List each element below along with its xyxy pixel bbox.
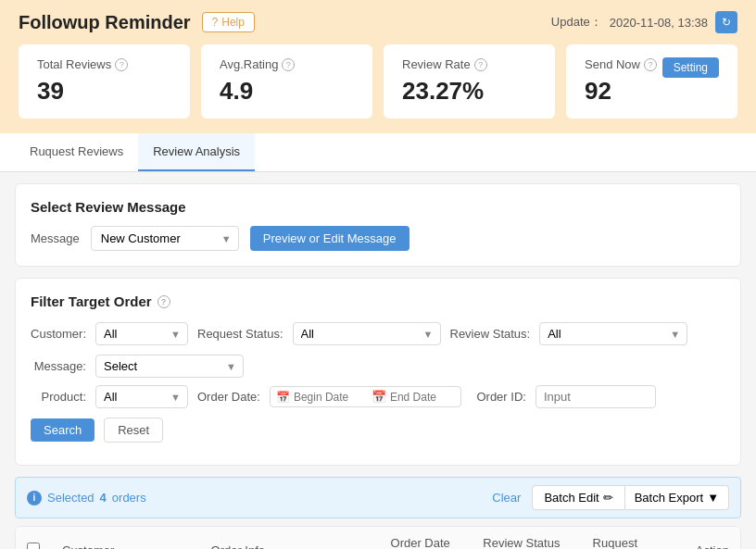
send-now-card: Send Now ? 92 Setting [566, 44, 737, 119]
avg-rating-value: 4.9 [220, 77, 354, 106]
header: Followup Reminder ? Help Update： 2020-11… [0, 0, 756, 44]
update-time: 2020-11-08, 13:38 [610, 16, 708, 30]
send-now-value: 92 [585, 77, 657, 106]
message-filter-select-wrapper: Select ▼ [95, 355, 244, 378]
update-label: Update： [551, 14, 602, 31]
filter-help-icon[interactable]: ? [158, 295, 170, 308]
review-status-select[interactable]: All [539, 322, 687, 345]
clear-link[interactable]: Clear [492, 491, 521, 505]
header-right: Update： 2020-11-08, 13:38 ↻ [551, 11, 737, 33]
message-row: Message New Customer ▼ Preview or Edit M… [31, 226, 725, 251]
banner-actions: Clear Batch Edit ✏ Batch Export ▼ [492, 485, 729, 510]
select-all-checkbox[interactable] [27, 543, 40, 550]
preview-edit-button[interactable]: Preview or Edit Message [250, 226, 410, 251]
reset-button[interactable]: Reset [104, 418, 163, 443]
product-filter-label: Product: [31, 390, 86, 404]
avg-rating-help-icon[interactable]: ? [282, 58, 295, 71]
tab-review-analysis[interactable]: Review Analysis [138, 133, 255, 171]
calendar-icon: 📅 [276, 391, 290, 404]
total-reviews-label: Total Reviews ? [37, 57, 171, 71]
review-rate-help-icon[interactable]: ? [474, 58, 487, 71]
filter-section-title: Filter Target Order ? [31, 293, 725, 309]
table: Customer Order Info Order Date ⇅ Review … [16, 527, 740, 549]
send-now-help-icon[interactable]: ? [644, 58, 657, 71]
dropdown-arrow-icon: ▼ [707, 491, 719, 505]
request-status-select[interactable]: All [293, 322, 441, 345]
orders-table: Customer Order Info Order Date ⇅ Review … [15, 526, 741, 549]
review-rate-label: Review Rate ? [402, 57, 536, 71]
customer-column-header: Customer [51, 527, 200, 549]
customer-select[interactable]: All [95, 322, 188, 345]
filter-section: Filter Target Order ? Customer: All ▼ Re… [15, 278, 741, 466]
selected-count: 4 [100, 491, 107, 505]
review-status-column-header[interactable]: Review Status ⇅ [472, 527, 581, 549]
end-date-input[interactable] [390, 391, 455, 404]
refresh-button[interactable]: ↻ [715, 11, 737, 33]
send-now-label: Send Now ? [585, 57, 657, 71]
product-select[interactable]: All [95, 385, 188, 408]
total-reviews-card: Total Reviews ? 39 [19, 44, 190, 119]
total-reviews-help-icon[interactable]: ? [115, 58, 128, 71]
action-column-header: Action [685, 527, 740, 549]
header-left: Followup Reminder ? Help [19, 12, 255, 33]
avg-rating-label: Avg.Rating ? [220, 57, 354, 71]
review-status-select-wrapper: All ▼ [539, 322, 687, 345]
date-separator: 📅 [372, 390, 386, 404]
filter-row-1: Customer: All ▼ Request Status: All ▼ Re… [31, 322, 725, 378]
begin-date-input[interactable] [294, 391, 368, 404]
request-status-column-header: Ruquest Status [582, 527, 685, 549]
select-all-header [16, 527, 51, 549]
date-range-input: 📅 📅 [270, 386, 461, 407]
order-date-column-header[interactable]: Order Date ⇅ [380, 527, 472, 549]
customer-filter-label: Customer: [31, 327, 86, 341]
request-status-label: Request Status: [197, 327, 284, 341]
tab-request-reviews[interactable]: Ruquest Reviews [15, 133, 138, 171]
review-rate-value: 23.27% [402, 77, 536, 106]
tabs-bar: Ruquest Reviews Review Analysis [0, 133, 756, 172]
edit-icon: ✏ [603, 491, 613, 505]
message-field-label: Message [31, 231, 80, 245]
review-status-label: Review Status: [450, 327, 531, 341]
main-content: Select Review Message Message New Custom… [0, 172, 756, 549]
batch-export-button[interactable]: Batch Export ▼ [625, 485, 729, 510]
question-mark-icon: ? [212, 16, 219, 29]
product-select-wrapper: All ▼ [95, 385, 188, 408]
review-rate-card: Review Rate ? 23.27% [384, 44, 555, 119]
setting-button[interactable]: Setting [662, 57, 719, 78]
info-icon: i [27, 491, 42, 505]
message-filter-label: Message: [31, 359, 86, 373]
message-section-title: Select Review Message [31, 199, 725, 215]
help-button[interactable]: ? Help [202, 12, 255, 32]
table-header-row: Customer Order Info Order Date ⇅ Review … [16, 527, 740, 549]
order-date-label: Order Date: [197, 390, 260, 404]
selected-info: i Selected 4 orders [27, 491, 146, 505]
total-reviews-value: 39 [37, 77, 171, 106]
request-status-select-wrapper: All ▼ [293, 322, 441, 345]
order-id-input[interactable] [536, 385, 656, 408]
stats-row: Total Reviews ? 39 Avg.Rating ? 4.9 Revi… [0, 44, 756, 133]
message-filter-select[interactable]: Select [95, 355, 244, 378]
message-section: Select Review Message Message New Custom… [15, 183, 741, 267]
order-id-label: Order ID: [471, 390, 526, 404]
selected-banner: i Selected 4 orders Clear Batch Edit ✏ B… [15, 477, 741, 518]
batch-actions: Batch Edit ✏ Batch Export ▼ [532, 485, 729, 510]
filter-row-2: Product: All ▼ Order Date: 📅 📅 Order ID:… [31, 385, 725, 443]
app-title: Followup Reminder [19, 12, 191, 33]
message-select-wrapper: New Customer ▼ [91, 226, 239, 251]
customer-select-wrapper: All ▼ [95, 322, 188, 345]
batch-edit-button[interactable]: Batch Edit ✏ [532, 485, 624, 510]
avg-rating-card: Avg.Rating ? 4.9 [201, 44, 372, 119]
message-select[interactable]: New Customer [91, 226, 239, 251]
search-button[interactable]: Search [31, 418, 94, 442]
order-info-column-header: Order Info [200, 527, 380, 549]
